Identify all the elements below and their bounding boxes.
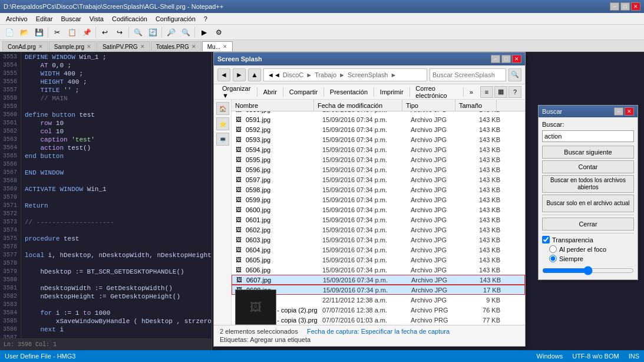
menu-codificacion[interactable]: Codificación	[108, 14, 151, 24]
breadcrumb-trabajo[interactable]: Trabajo	[315, 71, 336, 78]
tab-satinpv-close[interactable]: ✕	[140, 44, 145, 50]
menu-editar[interactable]: Editar	[32, 14, 57, 24]
open-file-button[interactable]: 📂	[17, 26, 31, 39]
file-row[interactable]: 🖼 0597.jpg 15/09/2016 07:34 p.m. Archivo…	[232, 175, 525, 185]
file-row[interactable]: 🖼 0598.jpg 15/09/2016 07:34 p.m. Archivo…	[232, 185, 525, 195]
fe-list-view[interactable]: ≡	[480, 86, 493, 98]
menu-help[interactable]: ?	[200, 14, 211, 24]
toolbar-separator-2	[95, 27, 96, 38]
fe-search-input[interactable]	[430, 68, 506, 81]
find-count-button[interactable]: Contar	[542, 160, 634, 173]
fe-details-view[interactable]: ▦	[494, 86, 507, 98]
file-row[interactable]: 🖼 0594.jpg 15/09/2016 07:34 p.m. Archivo…	[232, 144, 525, 154]
file-icon: 🖼	[234, 156, 243, 164]
find-current-button[interactable]: Buscar solo en el archivo actual	[542, 195, 634, 212]
find-button[interactable]: 🔍	[131, 26, 145, 39]
file-row[interactable]: 🖼 0604.jpg 15/09/2016 07:34 p.m. Archivo…	[232, 245, 525, 255]
transparency-slider[interactable]	[542, 266, 634, 275]
file-row[interactable]: 🖼 0596.jpg 15/09/2016 07:34 p.m. Archivo…	[232, 164, 525, 175]
find-close-button[interactable]: Cerrar	[542, 218, 634, 231]
tab-totales-close[interactable]: ✕	[191, 44, 196, 50]
tab-mu-close[interactable]: ✕	[223, 44, 227, 50]
file-date: 15/09/2016 07:34 p.m.	[322, 136, 411, 143]
file-row[interactable]: 🖼 0599.jpg 15/09/2016 07:34 p.m. Archivo…	[232, 195, 525, 205]
fe-imprimir[interactable]: Imprimir	[375, 87, 408, 97]
col-header-size[interactable]: Tamaño	[455, 100, 497, 111]
file-row[interactable]: 🖼 0606.jpg 15/09/2016 07:34 p.m. Archivo…	[232, 265, 525, 275]
minimize-button[interactable]: −	[610, 2, 619, 11]
file-row[interactable]: 🖼 0605.jpg 15/09/2016 07:34 p.m. Archivo…	[232, 255, 525, 265]
file-row[interactable]: 🖼 0593.jpg 15/09/2016 07:34 p.m. Archivo…	[232, 134, 525, 144]
tab-sample[interactable]: Sample.prg ✕	[49, 41, 97, 51]
zoom-out-button[interactable]: 🔍	[179, 26, 193, 39]
fe-back-button[interactable]: ◄	[217, 68, 230, 81]
cut-button[interactable]: ✂	[50, 26, 64, 39]
settings-button[interactable]: ⚙	[212, 26, 226, 39]
file-row[interactable]: 🖼 0592.jpg 15/09/2016 07:34 p.m. Archivo…	[232, 124, 525, 134]
find-next-button[interactable]: Buscar siguiente	[542, 146, 634, 159]
save-button[interactable]: 💾	[32, 26, 46, 39]
menu-archivo[interactable]: Archivo	[2, 14, 31, 24]
file-date: 15/09/2016 07:34 p.m.	[322, 196, 411, 203]
code-lines[interactable]: DEFINE WINDOW Win_1 ; AT 0,0 ; WIDTH 400…	[21, 52, 212, 338]
fe-compartir[interactable]: Compartir	[285, 87, 322, 97]
fe-help-btn[interactable]: ?	[508, 86, 521, 98]
copy-button[interactable]: 📋	[65, 26, 79, 39]
paste-button[interactable]: 📌	[80, 26, 94, 39]
fe-sidebar-icon-1[interactable]: 🏠	[216, 102, 229, 115]
fe-up-button[interactable]: ▲	[248, 68, 261, 81]
lost-focus-radio[interactable]	[549, 245, 557, 253]
close-button[interactable]: ✕	[631, 2, 640, 11]
breadcrumb-diskoc[interactable]: ◄◄	[267, 71, 280, 78]
find-close-btn[interactable]: ✕	[625, 107, 634, 116]
zoom-in-button[interactable]: 🔎	[164, 26, 178, 39]
file-row[interactable]: 🖼 0595.jpg 15/09/2016 07:34 p.m. Archivo…	[232, 154, 525, 164]
always-radio[interactable]	[549, 255, 557, 262]
find-all-open-button[interactable]: Buscar en todos los archivos abiertos	[542, 175, 634, 193]
fe-more[interactable]: »	[465, 87, 478, 97]
new-file-button[interactable]: 📄	[2, 26, 16, 39]
file-icon: 🖼	[234, 146, 243, 154]
maximize-button[interactable]: □	[620, 2, 630, 11]
col-header-type[interactable]: Tipo	[402, 100, 455, 111]
fe-abrir[interactable]: Abrir	[259, 87, 282, 97]
tab-conad-close[interactable]: ✕	[38, 44, 43, 50]
file-row[interactable]: 🖼 0591.jpg 15/09/2016 07:34 p.m. Archivo…	[232, 114, 525, 124]
fe-sidebar-icon-3[interactable]: 💻	[216, 133, 229, 146]
fe-email[interactable]: Correo electrónico	[411, 84, 462, 100]
file-row[interactable]: 🖼 0600.jpg 15/09/2016 07:34 p.m. Archivo…	[232, 205, 525, 215]
fe-close-btn[interactable]: ✕	[512, 55, 521, 63]
redo-button[interactable]: ↪	[113, 26, 127, 39]
fe-organizar[interactable]: Organizar ▼	[217, 84, 256, 100]
replace-button[interactable]: 🔄	[146, 26, 160, 39]
breadcrumb-screensplash[interactable]: ScreenSplash	[348, 71, 388, 78]
fe-maximize-btn[interactable]: □	[501, 55, 511, 63]
always-label: Siempre	[559, 255, 583, 262]
breadcrumb-sep-1: DiscoC	[283, 71, 303, 78]
file-row[interactable]: 🖼 0601.jpg 15/09/2016 07:34 p.m. Archivo…	[232, 215, 525, 225]
transparency-label: Transparencia	[552, 236, 593, 243]
tab-conad[interactable]: ConAd.prg ✕	[2, 41, 48, 51]
tab-mu[interactable]: Mu... ✕	[202, 41, 233, 51]
file-row[interactable]: 🖼 0602.jpg 15/09/2016 07:34 p.m. Archivo…	[232, 225, 525, 235]
find-minimize-btn[interactable]: −	[614, 107, 623, 116]
col-header-name[interactable]: Nombre	[232, 100, 314, 111]
file-row[interactable]: 🖼 0607.jpg 15/09/2016 07:34 p.m. Archivo…	[232, 275, 525, 285]
menu-buscar[interactable]: Buscar	[57, 14, 84, 24]
undo-button[interactable]: ↩	[98, 26, 112, 39]
run-button[interactable]: ▶	[197, 26, 211, 39]
file-row[interactable]: 🖼 0603.jpg 15/09/2016 07:34 p.m. Archivo…	[232, 235, 525, 245]
fe-sidebar-icon-2[interactable]: ⭐	[216, 117, 229, 130]
menu-vista[interactable]: Vista	[86, 14, 107, 24]
fe-presentacion[interactable]: Presentación	[325, 87, 372, 97]
tab-sample-close[interactable]: ✕	[87, 44, 91, 50]
tab-satinpv[interactable]: SatinPV.PRG ✕	[97, 41, 150, 51]
find-search-input[interactable]	[542, 130, 634, 142]
fe-minimize-btn[interactable]: −	[491, 55, 500, 63]
menu-configuracion[interactable]: Configuración	[152, 14, 199, 24]
col-header-date[interactable]: Fecha de modificación	[314, 100, 402, 111]
fe-search-button[interactable]: 🔍	[508, 68, 521, 81]
fe-forward-button[interactable]: ►	[233, 68, 246, 81]
transparency-checkbox[interactable]	[542, 236, 550, 243]
tab-totales[interactable]: Totales.PRG ✕	[151, 41, 202, 51]
